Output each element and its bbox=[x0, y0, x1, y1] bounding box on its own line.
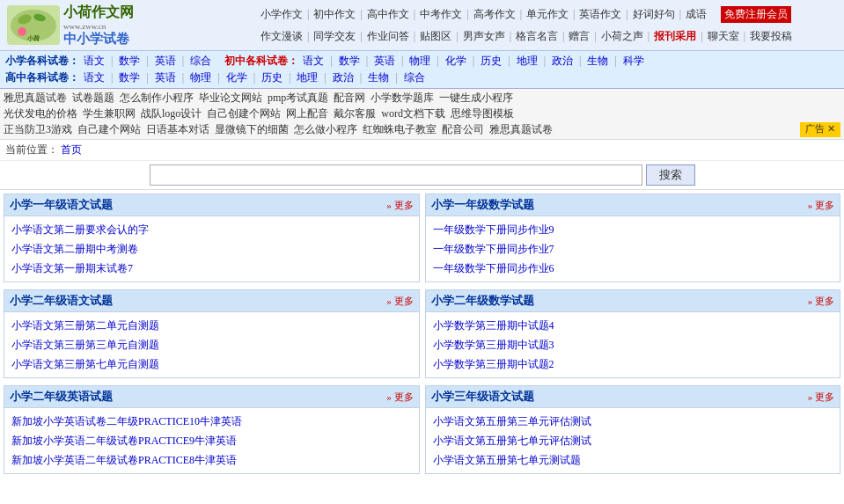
subj-high-geo[interactable]: 地理 bbox=[297, 70, 318, 85]
subj-high-physics[interactable]: 物理 bbox=[190, 70, 211, 85]
promo-thesis[interactable]: 毕业论文网站 bbox=[199, 91, 262, 106]
nav-good-words[interactable]: 好词好句 bbox=[633, 7, 675, 22]
promo-miniapp2[interactable]: 怎么做小程序 bbox=[294, 122, 357, 137]
nav-publish[interactable]: 报刊采用 bbox=[654, 29, 696, 44]
nav-middle-exam-writing[interactable]: 中考作文 bbox=[420, 7, 462, 22]
subj-high-chinese[interactable]: 语文 bbox=[84, 70, 105, 85]
nav-register[interactable]: 免费注册会员 bbox=[721, 6, 791, 23]
promo-math-lib[interactable]: 小学数学题库 bbox=[371, 91, 434, 106]
list-item[interactable]: 小学语文第五册第三单元评估测试 bbox=[433, 412, 833, 431]
nav-voice[interactable]: 男声女声 bbox=[463, 29, 505, 44]
list-item[interactable]: 一年级数学下册同步作业7 bbox=[433, 239, 833, 259]
nav-english-writing[interactable]: 英语作文 bbox=[579, 7, 621, 22]
subj-high-history[interactable]: 历史 bbox=[261, 70, 283, 85]
nav-friends[interactable]: 同学交友 bbox=[313, 29, 356, 44]
list-item[interactable]: 一年级数学下册同步作业6 bbox=[433, 259, 833, 278]
site-logo[interactable]: 小荷 bbox=[7, 5, 60, 45]
nav-unit-writing[interactable]: 单元作文 bbox=[526, 7, 569, 22]
list-item[interactable]: 新加坡小学英语二年级试卷PRACTICE9牛津英语 bbox=[11, 431, 412, 450]
nav-gift-words[interactable]: 赠言 bbox=[569, 29, 590, 44]
nav-college-exam-writing[interactable]: 高考作文 bbox=[473, 7, 516, 22]
nav-composition-talk[interactable]: 作文漫谈 bbox=[261, 29, 303, 44]
list-item[interactable]: 小学语文第一册期末试卷7 bbox=[11, 259, 412, 278]
subj-primary-math[interactable]: 数学 bbox=[119, 54, 140, 69]
subj-high-english[interactable]: 英语 bbox=[155, 70, 176, 85]
promo-japanese[interactable]: 日语基本对话 bbox=[146, 122, 209, 137]
section-grade2-chinese-more[interactable]: » 更多 bbox=[386, 295, 413, 308]
promo-online-dub[interactable]: 网上配音 bbox=[286, 106, 328, 121]
list-item[interactable]: 小学语文第五册第七单元测试题 bbox=[433, 450, 833, 470]
section-grade3-chinese-more[interactable]: » 更多 bbox=[808, 391, 834, 404]
subj-middle-biology[interactable]: 生物 bbox=[587, 54, 608, 69]
promo-solar[interactable]: 光伏发电的价格 bbox=[4, 106, 77, 121]
promo-pmp[interactable]: pmp考试真题 bbox=[268, 91, 328, 106]
subj-middle-english[interactable]: 英语 bbox=[374, 54, 395, 69]
promo-dell[interactable]: 戴尔客服 bbox=[334, 106, 376, 121]
promo-red-spider[interactable]: 红蜘蛛电子教室 bbox=[363, 122, 437, 137]
section-grade1-chinese-title: 小学一年级语文试题 bbox=[10, 197, 113, 213]
section-grade3-chinese: 小学三年级语文试题 » 更多 小学语文第五册第三单元评估测试 小学语文第五册第七… bbox=[425, 385, 841, 474]
promo-website[interactable]: 自己创建个网站 bbox=[207, 106, 281, 121]
nav-middle-writing[interactable]: 初中作文 bbox=[313, 7, 356, 22]
promo-dubbing[interactable]: 配音网 bbox=[334, 91, 365, 106]
nav-high-writing[interactable]: 高中作文 bbox=[367, 7, 409, 22]
promo-ielts2[interactable]: 雅思真题试卷 bbox=[489, 122, 553, 137]
promo-mindmap[interactable]: 思维导图模板 bbox=[451, 106, 514, 121]
nav-idioms[interactable]: 成语 bbox=[686, 7, 707, 22]
list-item[interactable]: 小学语文第三册第三单元自测题 bbox=[11, 335, 412, 354]
promo-miniapp[interactable]: 怎么制作小程序 bbox=[120, 91, 194, 106]
list-item[interactable]: 一年级数学下册同步作业9 bbox=[433, 220, 833, 239]
search-button[interactable]: 搜索 bbox=[646, 164, 695, 186]
subj-primary-english[interactable]: 英语 bbox=[155, 54, 176, 69]
promo-game[interactable]: 正当防卫3游戏 bbox=[4, 122, 72, 137]
subj-high-general[interactable]: 综合 bbox=[404, 70, 425, 85]
subj-middle-geo[interactable]: 地理 bbox=[517, 54, 538, 69]
ad-close-bar[interactable]: 广告 ✕ bbox=[800, 122, 840, 137]
subj-high-politics[interactable]: 政治 bbox=[333, 70, 354, 85]
promo-dubbing2[interactable]: 配音公司 bbox=[442, 122, 484, 137]
nav-pictures[interactable]: 贴图区 bbox=[420, 29, 451, 44]
subj-high-biology[interactable]: 生物 bbox=[368, 70, 389, 85]
list-item[interactable]: 小学语文第三册第二单元自测题 bbox=[11, 316, 412, 335]
subj-high-chemistry[interactable]: 化学 bbox=[226, 70, 247, 85]
promo-ielts[interactable]: 雅思真题试卷 bbox=[4, 91, 67, 106]
list-item[interactable]: 新加坡小学英语二年级试卷PRACTICE8牛津英语 bbox=[11, 450, 412, 470]
promo-part-time[interactable]: 学生兼职网 bbox=[83, 106, 136, 121]
nav-quotes[interactable]: 格言名言 bbox=[516, 29, 558, 44]
nav-primary-writing[interactable]: 小学作文 bbox=[261, 7, 303, 22]
promo-miniapp-gen[interactable]: 一键生成小程序 bbox=[439, 91, 513, 106]
subj-middle-history[interactable]: 历史 bbox=[481, 54, 502, 69]
promo-logo[interactable]: 战队logo设计 bbox=[141, 106, 202, 121]
subj-primary-chinese[interactable]: 语文 bbox=[84, 54, 105, 69]
section-grade2-math-more[interactable]: » 更多 bbox=[808, 295, 834, 308]
promo-microscope[interactable]: 显微镜下的细菌 bbox=[215, 122, 289, 137]
breadcrumb-home[interactable]: 首页 bbox=[61, 142, 82, 157]
promo-exam-topic[interactable]: 试卷题题 bbox=[72, 91, 114, 106]
promo-build-site[interactable]: 自己建个网站 bbox=[77, 122, 141, 137]
list-item[interactable]: 新加坡小学英语试卷二年级PRACTICE10牛津英语 bbox=[11, 412, 412, 431]
list-item[interactable]: 小学数学第三册期中试题2 bbox=[433, 354, 833, 374]
nav-homework[interactable]: 作业问答 bbox=[367, 29, 409, 44]
subj-high-math[interactable]: 数学 bbox=[119, 70, 140, 85]
nav-xiaohe-voice[interactable]: 小荷之声 bbox=[601, 29, 643, 44]
subj-middle-math[interactable]: 数学 bbox=[339, 54, 360, 69]
subj-middle-politics[interactable]: 政治 bbox=[552, 54, 573, 69]
nav-chatroom[interactable]: 聊天室 bbox=[708, 29, 739, 44]
subj-primary-general[interactable]: 综合 bbox=[190, 54, 211, 69]
list-item[interactable]: 小学语文第二册要求会认的字 bbox=[11, 220, 412, 239]
list-item[interactable]: 小学语文第三册第七单元自测题 bbox=[11, 354, 412, 374]
section-grade1-math-more[interactable]: » 更多 bbox=[808, 199, 834, 212]
subj-middle-chinese[interactable]: 语文 bbox=[303, 54, 324, 69]
promo-word-dl[interactable]: word文档下载 bbox=[381, 106, 445, 121]
search-input[interactable] bbox=[150, 164, 642, 186]
subj-middle-physics[interactable]: 物理 bbox=[409, 54, 430, 69]
subj-middle-science[interactable]: 科学 bbox=[623, 54, 644, 69]
list-item[interactable]: 小学数学第三册期中试题3 bbox=[433, 335, 833, 354]
list-item[interactable]: 小学语文第五册第七单元评估测试 bbox=[433, 431, 833, 450]
subj-middle-chemistry[interactable]: 化学 bbox=[445, 54, 466, 69]
nav-submit[interactable]: 我要投稿 bbox=[750, 29, 792, 44]
list-item[interactable]: 小学语文第二册期中考测卷 bbox=[11, 239, 412, 259]
section-grade2-english-more[interactable]: » 更多 bbox=[386, 391, 413, 404]
section-grade1-chinese-more[interactable]: » 更多 bbox=[386, 199, 413, 212]
list-item[interactable]: 小学数学第三册期中试题4 bbox=[433, 316, 833, 335]
